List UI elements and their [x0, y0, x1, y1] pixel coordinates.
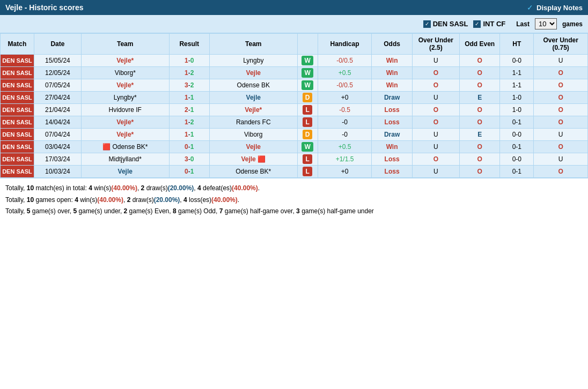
int-cf-checkbox[interactable]: ✓ — [473, 20, 481, 28]
filter-bar: ✓ DEN SASL ✓ INT CF Last 5 10 15 20 30 5… — [0, 15, 588, 33]
display-notes-checkbox[interactable]: ✓ — [527, 3, 533, 12]
league-badge: DEN SASL — [1, 79, 34, 92]
col-over-under-075: Over Under (0.75) — [534, 34, 588, 55]
over-under-075: O — [534, 141, 588, 153]
col-odds: Odds — [372, 34, 412, 55]
odd-even: O — [459, 141, 499, 153]
odds-result: Loss — [372, 166, 412, 178]
odd-even: O — [459, 166, 499, 178]
wdl-badge: W — [297, 141, 318, 153]
over-under-25: U — [412, 166, 459, 178]
odd-even: O — [459, 67, 499, 79]
handicap: +0.5 — [318, 141, 372, 153]
team1: Vejle* — [81, 55, 169, 67]
table-header-row: Match Date Team Result Team Handicap Odd… — [1, 34, 588, 55]
handicap: -0.5 — [318, 104, 372, 116]
team1: Lyngby* — [81, 92, 169, 104]
table-row: DEN SASL27/04/24Lyngby*1-1VejleD+0DrawUE… — [1, 92, 588, 104]
over-under-25: U — [412, 129, 459, 141]
odds-result: Loss — [372, 153, 412, 166]
den-sasl-filter: ✓ DEN SASL — [423, 20, 468, 28]
footer-line2: Totally, 10 games open: 4 win(s)(40.00%)… — [5, 194, 583, 206]
table-row: DEN SASL14/04/24Vejle*1-2Randers FCL-0Lo… — [1, 116, 588, 129]
match-result: 3-2 — [169, 79, 209, 92]
footer-line1: Totally, 10 match(es) in total: 4 win(s)… — [5, 183, 583, 194]
table-row: DEN SASL17/03/24Midtjylland*3-0Vejle 🟥L+… — [1, 153, 588, 166]
wdl-badge: W — [297, 67, 318, 79]
over-under-25: O — [412, 104, 459, 116]
match-date: 03/04/24 — [34, 141, 81, 153]
over-under-25: O — [412, 153, 459, 166]
league-badge: DEN SASL — [1, 116, 34, 129]
col-ht: HT — [500, 34, 534, 55]
col-match: Match — [1, 34, 34, 55]
over-under-25: O — [412, 79, 459, 92]
odd-even: E — [459, 92, 499, 104]
last-label: Last — [516, 20, 530, 28]
league-badge: DEN SASL — [1, 166, 34, 178]
footer-stats: Totally, 10 match(es) in total: 4 win(s)… — [0, 178, 588, 222]
col-result: Result — [169, 34, 209, 55]
match-date: 17/03/24 — [34, 153, 81, 166]
int-cf-label: INT CF — [483, 20, 505, 28]
team1: Vejle* — [81, 129, 169, 141]
team1: Viborg* — [81, 67, 169, 79]
odds-result: Win — [372, 55, 412, 67]
table-row: DEN SASL21/04/24Hvidovre IF2-1Vejle*L-0.… — [1, 104, 588, 116]
ht-score: 0-0 — [500, 55, 534, 67]
team2: Vejle* — [210, 104, 298, 116]
team2: Vejle — [210, 92, 298, 104]
games-label: games — [562, 20, 583, 28]
over-under-075: O — [534, 104, 588, 116]
odd-even: O — [459, 153, 499, 166]
odds-result: Win — [372, 67, 412, 79]
over-under-25: U — [412, 55, 459, 67]
team2: Vejle — [210, 67, 298, 79]
league-badge: DEN SASL — [1, 104, 34, 116]
table-row: DEN SASL07/04/24Vejle*1-1ViborgD-0DrawUE… — [1, 129, 588, 141]
games-select[interactable]: 5 10 15 20 30 50 — [535, 18, 557, 29]
display-notes-label: Display Notes — [536, 4, 583, 12]
team1: 🟥 Odense BK* — [81, 141, 169, 153]
table-row: DEN SASL07/05/24Vejle*3-2Odense BKW-0/0.… — [1, 79, 588, 92]
ht-score: 1-0 — [500, 92, 534, 104]
wdl-badge: W — [297, 79, 318, 92]
ht-score: 1-0 — [500, 104, 534, 116]
over-under-075: O — [534, 116, 588, 129]
match-result: 0-1 — [169, 141, 209, 153]
ht-score: 0-0 — [500, 153, 534, 166]
ht-score: 0-1 — [500, 166, 534, 178]
team1: Hvidovre IF — [81, 104, 169, 116]
match-result: 2-1 — [169, 104, 209, 116]
ht-score: 0-1 — [500, 116, 534, 129]
over-under-25: O — [412, 116, 459, 129]
match-date: 07/05/24 — [34, 79, 81, 92]
over-under-075: O — [534, 166, 588, 178]
team1: Vejle* — [81, 79, 169, 92]
page-title: Vejle - Historic scores — [5, 3, 84, 12]
match-result: 1-0 — [169, 55, 209, 67]
wdl-badge: L — [297, 116, 318, 129]
col-odd-even: Odd Even — [459, 34, 499, 55]
den-sasl-label: DEN SASL — [433, 20, 468, 28]
handicap: +0 — [318, 92, 372, 104]
odds-result: Win — [372, 141, 412, 153]
den-sasl-checkbox[interactable]: ✓ — [423, 20, 431, 28]
col-wdl — [297, 34, 318, 55]
ht-score: 0-0 — [500, 129, 534, 141]
over-under-075: O — [534, 79, 588, 92]
handicap: +1/1.5 — [318, 153, 372, 166]
odds-result: Loss — [372, 116, 412, 129]
wdl-badge: D — [297, 129, 318, 141]
handicap: -0 — [318, 129, 372, 141]
wdl-badge: W — [297, 55, 318, 67]
league-badge: DEN SASL — [1, 141, 34, 153]
team1: Midtjylland* — [81, 153, 169, 166]
header-controls: ✓ Display Notes — [527, 3, 583, 12]
odds-result: Win — [372, 79, 412, 92]
ht-score: 0-1 — [500, 141, 534, 153]
team1: Vejle* — [81, 116, 169, 129]
match-date: 10/03/24 — [34, 166, 81, 178]
match-result: 1-1 — [169, 92, 209, 104]
team1: Vejle — [81, 166, 169, 178]
